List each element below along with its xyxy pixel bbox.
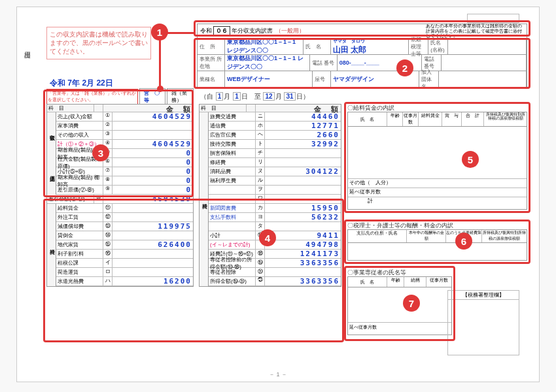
highlight-4: [43, 199, 344, 342]
highlight-5: [344, 102, 530, 213]
badge-6: 6: [455, 233, 472, 250]
highlight-7: [344, 266, 455, 341]
highlight-2: [194, 38, 530, 89]
period: （自 1月 1日 至 12月 31日）: [200, 92, 309, 101]
highlight-3: [43, 90, 194, 197]
form-date: 令和 7年 2月 22日: [50, 78, 113, 89]
pink-note: この収支内訳書は機械で読み取りますので、黒のボールペンで書いてください。: [46, 27, 151, 59]
page-number: － 1 －: [269, 370, 287, 379]
highlight-6: [344, 220, 530, 264]
tax-office-box: 【税務署整理欄】: [447, 290, 519, 355]
badge-5: 5: [462, 151, 479, 168]
badge-4: 4: [259, 229, 276, 246]
form-page: 提出用 この収支内訳書は機械で読み取りますので、黒のボールペンで書いてください。…: [16, 7, 540, 382]
highlight-1: [194, 20, 530, 37]
badge-7: 7: [403, 295, 420, 312]
badge-1: 1: [151, 24, 168, 41]
badge-2: 2: [396, 59, 413, 76]
badge-3: 3: [92, 144, 109, 161]
